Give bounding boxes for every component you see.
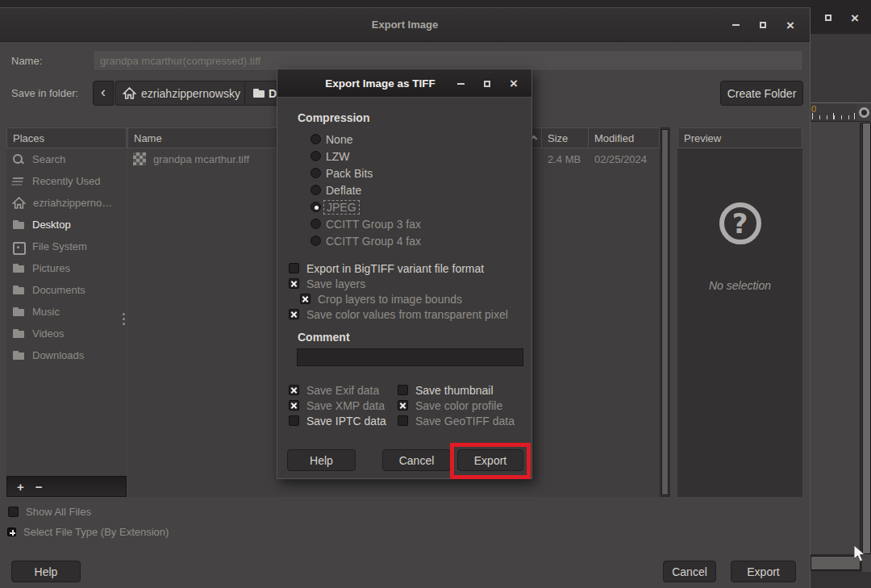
- breadcrumb-back-button[interactable]: ‹: [93, 81, 114, 106]
- column-header-modified[interactable]: Modified: [589, 127, 660, 148]
- checkbox-save-xmp[interactable]: Save XMP data: [289, 398, 398, 413]
- file-name: grandpa mcarthur.tiff: [153, 153, 249, 165]
- sidebar-item-label: Documents: [32, 284, 85, 296]
- checkbox-icon: [398, 400, 408, 411]
- checkbox-save-layers[interactable]: Save layers: [289, 276, 365, 291]
- minimize-icon[interactable]: [727, 17, 744, 33]
- help-button[interactable]: Help: [287, 449, 356, 471]
- radio-deflate[interactable]: Deflate: [310, 181, 361, 198]
- checkbox-save-color-profile[interactable]: Save color profile: [398, 398, 515, 413]
- export-dialog-titlebar[interactable]: Export Image ×: [0, 8, 810, 42]
- pane-splitter-handle[interactable]: [122, 313, 125, 327]
- preview-body: ? No selection: [677, 148, 802, 497]
- sidebar-item-documents[interactable]: Documents: [6, 279, 127, 301]
- checkbox-save-transparent-pixel[interactable]: Save color values from transparent pixel: [289, 307, 508, 322]
- file-list-scrollbar-thumb[interactable]: [661, 129, 669, 495]
- sidebar-item-downloads[interactable]: Downloads: [6, 344, 127, 366]
- sidebar-item-file-system[interactable]: File System: [6, 236, 127, 257]
- close-icon[interactable]: ×: [847, 10, 863, 26]
- sidebar-item-search[interactable]: Search: [6, 148, 127, 170]
- column-label: Modified: [594, 132, 634, 144]
- vertical-scrollbar-thumb[interactable]: [862, 123, 871, 554]
- sidebar-item-music[interactable]: Music: [6, 301, 127, 323]
- ruler-ticks: [812, 112, 855, 119]
- folder-icon: [252, 87, 265, 100]
- file-thumbnail-icon: [133, 152, 146, 165]
- preview-header: Preview: [677, 127, 802, 148]
- screen: × 0 Export Image ×: [0, 0, 871, 588]
- cancel-button[interactable]: Cancel: [382, 449, 451, 471]
- checkbox-icon: [289, 415, 299, 426]
- checkbox-crop-layers[interactable]: Crop layers to image bounds: [300, 291, 462, 307]
- file-size: 2.4 MB: [542, 153, 589, 165]
- file-list-scrollbar[interactable]: [660, 127, 670, 497]
- checkbox-save-thumbnail[interactable]: Save thumbnail: [398, 382, 515, 398]
- file-type-expander[interactable]: Select File Type (By Extension): [7, 524, 169, 540]
- radio-ccitt-g3[interactable]: CCITT Group 3 fax: [310, 215, 421, 232]
- sidebar-item-pictures[interactable]: Pictures: [6, 257, 127, 279]
- column-label: Name: [134, 132, 162, 144]
- radio-none[interactable]: None: [310, 131, 352, 148]
- name-label: Name:: [11, 55, 42, 67]
- checkbox-icon: [398, 385, 408, 395]
- checkbox-icon: [398, 415, 408, 426]
- breadcrumb-current[interactable]: De: [244, 81, 281, 106]
- close-icon[interactable]: ×: [782, 17, 798, 33]
- gimp-statusbar: [811, 572, 871, 588]
- close-icon[interactable]: ×: [506, 76, 522, 92]
- sidebar-item-home[interactable]: ezriahzipperno…: [6, 192, 127, 214]
- places-header[interactable]: Places: [6, 127, 127, 148]
- checkbox-icon: [289, 278, 299, 289]
- search-icon: [12, 153, 25, 166]
- export-button[interactable]: Export: [731, 561, 796, 582]
- add-bookmark-button[interactable]: +: [17, 480, 24, 494]
- column-header-size[interactable]: Size: [542, 127, 589, 148]
- checkbox-icon: [8, 507, 19, 517]
- radio-lzw[interactable]: LZW: [310, 148, 350, 165]
- minimize-icon[interactable]: [452, 76, 469, 92]
- checkbox-label: Save layers: [306, 277, 365, 290]
- zoom-follow-window-toggle[interactable]: [856, 103, 871, 122]
- bookmark-toolbar: + −: [6, 476, 127, 497]
- checkbox-save-geotiff[interactable]: Save GeoTIFF data: [398, 413, 515, 428]
- radio-label: JPEG: [323, 200, 360, 215]
- question-mark-icon: ?: [719, 202, 761, 244]
- checkbox-bigtiff[interactable]: Export in BigTIFF variant file format: [289, 261, 484, 276]
- create-folder-button[interactable]: Create Folder: [720, 81, 803, 106]
- tiff-dialog-titlebar[interactable]: Export Image as TIFF ×: [277, 69, 531, 98]
- sidebar-item-label: Recently Used: [32, 175, 101, 187]
- help-button[interactable]: Help: [11, 561, 81, 582]
- sidebar-item-recently-used[interactable]: Recently Used: [6, 170, 127, 192]
- recent-icon: [12, 175, 25, 188]
- cancel-button[interactable]: Cancel: [663, 561, 716, 582]
- radio-ccitt-g4[interactable]: CCITT Group 4 fax: [310, 232, 421, 249]
- canvas-vertical-scrollbar[interactable]: [860, 123, 871, 554]
- drive-icon: [12, 240, 25, 253]
- checkbox-save-exif[interactable]: Save Exif data: [289, 382, 398, 398]
- remove-bookmark-button[interactable]: −: [35, 480, 43, 494]
- radio-pack-bits[interactable]: Pack Bits: [310, 165, 373, 181]
- checkbox-save-iptc[interactable]: Save IPTC data: [289, 413, 398, 428]
- show-all-files-label: Show All Files: [26, 506, 91, 518]
- radio-icon: [310, 236, 321, 246]
- comment-input[interactable]: [297, 348, 523, 366]
- sidebar-item-label: File System: [32, 240, 87, 252]
- checkbox-label: Crop layers to image bounds: [318, 293, 462, 306]
- metadata-checkbox-grid: Save Exif data Save thumbnail Save XMP d…: [289, 382, 515, 428]
- sidebar-item-videos[interactable]: Videos: [6, 323, 127, 344]
- places-panel: Places Search Recently Used ezriahzipper…: [6, 127, 127, 497]
- maximize-icon[interactable]: [820, 10, 836, 26]
- maximize-icon[interactable]: [479, 76, 495, 92]
- breadcrumb-home[interactable]: ezriahzippernowsky: [115, 81, 248, 106]
- maximize-icon[interactable]: [755, 17, 771, 33]
- radio-icon: [310, 202, 321, 212]
- show-all-files-checkbox[interactable]: Show All Files: [8, 504, 91, 519]
- sidebar-item-desktop[interactable]: Desktop: [6, 214, 127, 236]
- folder-icon: [12, 219, 25, 231]
- folder-icon: [12, 327, 25, 340]
- dialog-title: Export Image as TIFF: [325, 77, 436, 90]
- radio-jpeg[interactable]: JPEG: [310, 198, 360, 215]
- folder-icon: [12, 262, 25, 275]
- radio-icon: [310, 151, 321, 161]
- checkbox-icon: [300, 294, 310, 304]
